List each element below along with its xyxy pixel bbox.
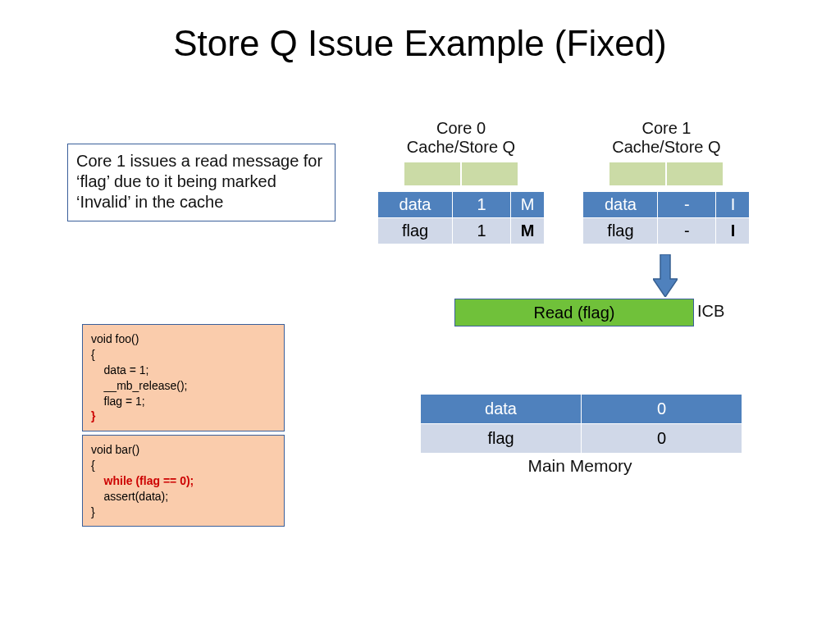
page-title: Store Q Issue Example (Fixed) — [0, 23, 840, 64]
core0-storeq — [404, 162, 518, 186]
table-row: data - I — [583, 192, 750, 218]
table-row: flag - I — [583, 218, 750, 244]
cache-name: data — [378, 192, 453, 218]
cache-val: - — [658, 218, 716, 244]
code-line: void bar() — [91, 443, 139, 456]
memory-label: Main Memory — [420, 456, 740, 476]
table-row: flag 0 — [421, 424, 742, 454]
code-line: __mb_release(); — [91, 379, 188, 392]
core1-label: Core 1 Cache/Store Q — [582, 119, 750, 157]
code-line: } — [91, 409, 95, 422]
cache-state: I — [716, 218, 750, 244]
cache-name: flag — [378, 218, 453, 244]
mem-name: flag — [421, 424, 582, 454]
code-line: while (flag == 0); — [91, 474, 194, 487]
core0-column: Core 0 Cache/Store Q data 1 M flag 1 M — [377, 119, 545, 244]
table-row: flag 1 M — [378, 218, 545, 244]
mem-name: data — [421, 395, 582, 424]
core1-cache-table: data - I flag - I — [582, 191, 750, 244]
cache-name: flag — [583, 218, 658, 244]
cache-state: M — [511, 192, 545, 218]
code-line: assert(data); — [91, 490, 168, 503]
code-line: void foo() — [91, 332, 139, 345]
core0-label-line1: Core 0 — [436, 119, 486, 137]
arrow-down-icon — [653, 254, 678, 297]
core1-label-line1: Core 1 — [641, 119, 691, 137]
code-line: { — [91, 459, 95, 472]
cache-name: data — [583, 192, 658, 218]
code-foo-box: void foo() { data = 1; __mb_release(); f… — [82, 324, 285, 431]
cache-val: - — [658, 192, 716, 218]
code-line: } — [91, 505, 95, 518]
core1-label-line2: Cache/Store Q — [612, 138, 720, 156]
code-line: data = 1; — [91, 363, 148, 377]
memory-table: data 0 flag 0 — [420, 394, 742, 454]
code-bar-box: void bar() { while (flag == 0); assert(d… — [82, 435, 285, 527]
icb-label: ICB — [697, 302, 724, 321]
cores-area: Core 0 Cache/Store Q data 1 M flag 1 M C… — [377, 119, 750, 244]
icb-bar: Read (flag) — [454, 299, 694, 326]
cache-val: 1 — [453, 218, 511, 244]
core0-label: Core 0 Cache/Store Q — [377, 119, 545, 157]
cache-val: 1 — [453, 192, 511, 218]
code-line: { — [91, 348, 95, 361]
cache-state: I — [716, 192, 750, 218]
mem-val: 0 — [582, 424, 742, 454]
cache-state: M — [511, 218, 545, 244]
code-line: flag = 1; — [91, 395, 145, 408]
mem-val: 0 — [582, 395, 742, 424]
svg-marker-0 — [653, 254, 678, 297]
core0-cache-table: data 1 M flag 1 M — [377, 191, 545, 244]
core1-column: Core 1 Cache/Store Q data - I flag - I — [582, 119, 750, 244]
table-row: data 0 — [421, 395, 742, 424]
core0-label-line2: Cache/Store Q — [407, 138, 515, 156]
core1-storeq — [609, 162, 724, 186]
table-row: data 1 M — [378, 192, 545, 218]
annotation-box: Core 1 issues a read message for ‘flag’ … — [67, 144, 336, 221]
